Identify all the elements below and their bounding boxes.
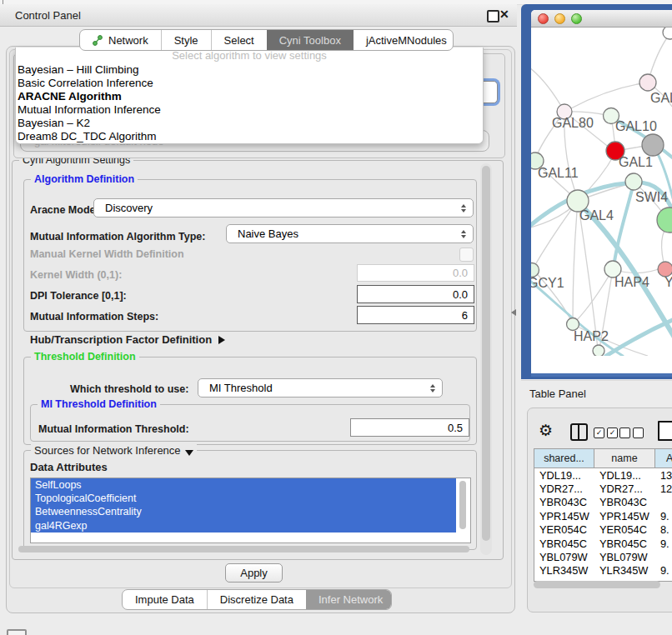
table-row[interactable]: YBR043C YBR043C — [534, 496, 672, 509]
mi-type-combo[interactable]: Naive Bayes — [226, 224, 474, 243]
tab-style-label: Style — [174, 34, 198, 47]
node-label-y: Y — [664, 275, 672, 289]
page-icon[interactable] — [658, 421, 672, 441]
mi-type-value: Naive Bayes — [227, 228, 298, 240]
cell-name: YER054C — [594, 523, 655, 536]
zoom-traffic-light-icon[interactable] — [571, 13, 582, 24]
cell-shared: YPR145W — [534, 510, 594, 522]
table-row[interactable]: YPR145W YPR145W 9. — [534, 509, 672, 522]
node-swi4[interactable] — [625, 173, 642, 190]
settings-vscroll-thumb[interactable] — [482, 166, 490, 541]
tab-jactivemnodules-label: jActiveMNodules — [366, 34, 447, 47]
which-threshold-combo[interactable]: MI Threshold — [198, 378, 443, 398]
settings-hscroll-thumb[interactable] — [18, 546, 469, 552]
hub-definition-toggle[interactable]: Hub/Transcription Factor Definition — [30, 333, 225, 346]
collapse-down-icon[interactable] — [185, 450, 193, 456]
table-row[interactable]: YLR345W YLR345W 9. — [534, 564, 672, 578]
cell-shared: YDL19... — [534, 469, 594, 482]
node-gray[interactable] — [642, 134, 664, 156]
node-gal[interactable] — [639, 74, 656, 91]
attribute-item-selected[interactable]: TopologicalCoefficient — [31, 492, 456, 505]
mi-steps-input[interactable]: 6 — [357, 306, 474, 324]
tab-infer-network[interactable]: Infer Network — [306, 590, 392, 609]
column-header-name[interactable]: name — [594, 449, 655, 468]
kernel-width-input[interactable]: 0.0 — [357, 264, 474, 282]
gear-icon[interactable]: ⚙ — [539, 422, 553, 440]
cell-name: YPR145W — [594, 510, 655, 522]
dropdown-item[interactable]: Basic Correlation Inference — [16, 77, 483, 90]
attribute-item-selected[interactable]: SelfLoops — [31, 478, 456, 492]
network-window-titlebar[interactable] — [531, 10, 672, 28]
kernel-width-value: 0.0 — [453, 267, 468, 279]
column-header-shared[interactable]: shared... — [534, 449, 594, 468]
attributes-vscroll-thumb[interactable] — [459, 481, 466, 529]
table-row[interactable]: YDR27... YDR27... 12 — [534, 482, 672, 495]
tab-cyni-toolbox[interactable]: Cyni Toolbox — [267, 30, 354, 50]
cell-shared: YBR043C — [534, 496, 594, 508]
split-columns-icon[interactable] — [570, 423, 588, 441]
control-panel-title: Control Panel — [15, 9, 81, 22]
table-panel-divider — [521, 380, 672, 381]
node-green-large[interactable] — [657, 208, 672, 232]
column-header-partial[interactable]: A — [655, 449, 672, 468]
attribute-item-selected[interactable]: BetweennessCentrality — [31, 505, 456, 518]
mi-threshold-input[interactable]: 0.5 — [350, 418, 469, 437]
tab-style[interactable]: Style — [161, 30, 211, 50]
table-header-row: shared... name A — [534, 449, 672, 468]
apply-button[interactable]: Apply — [225, 563, 283, 582]
dpi-tolerance-input[interactable]: 0.0 — [357, 285, 474, 303]
network-icon — [93, 35, 103, 46]
bottom-left-partial-icon[interactable] — [7, 629, 27, 635]
dropdown-item[interactable]: Bayesian – K2 — [16, 117, 483, 130]
aracne-mode-combo[interactable]: Discovery — [93, 198, 474, 218]
tab-impute-data[interactable]: Impute Data — [123, 590, 207, 609]
node-label-gal4: GAL4 — [579, 208, 614, 222]
manual-kernel-checkbox[interactable] — [459, 248, 474, 262]
tab-network[interactable]: Network — [80, 30, 161, 50]
tab-discretize-data[interactable]: Discretize Data — [207, 590, 306, 609]
cell-shared: YBR045C — [534, 538, 594, 550]
table-hscroll-thumb[interactable] — [534, 581, 660, 588]
table-panel-title: Table Panel — [529, 388, 586, 400]
table-row[interactable]: YBL079W YBL079W — [534, 550, 672, 563]
dpi-tolerance-label: DPI Tolerance [0,1]: — [30, 290, 127, 302]
tab-select[interactable]: Select — [211, 30, 267, 50]
table-row[interactable]: YBR045C YBR045C 9. — [534, 537, 672, 550]
cell-shared: YLR345W — [534, 564, 594, 577]
mi-steps-label: Mutual Information Steps: — [30, 311, 158, 322]
float-window-icon[interactable] — [487, 10, 499, 22]
dropdown-item-selected[interactable]: ARACNE Algorithm — [16, 90, 483, 103]
cell-name: YDR27... — [594, 482, 655, 495]
dropdown-item[interactable]: Dream8 DC_TDC Algorithm — [16, 130, 483, 143]
deselect-all-checks-icon[interactable] — [619, 428, 644, 438]
close-icon[interactable]: ✕ — [499, 8, 509, 21]
minimize-traffic-light-icon[interactable] — [554, 13, 565, 24]
attribute-item-selected[interactable]: gal4RGexp — [31, 519, 456, 532]
network-canvas[interactable]: GAL GAL80 GAL10 GAL1 GAL11 SWI4 GAL4 GCY… — [531, 28, 672, 356]
control-panel-tabbar: Network Style Select Cyni Toolbox jActiv… — [79, 29, 454, 51]
expand-right-icon[interactable] — [218, 336, 225, 344]
node-bottom-partial[interactable] — [593, 345, 604, 356]
mi-type-label: Mutual Information Algorithm Type: — [30, 231, 205, 242]
node-label-hap4: HAP4 — [614, 275, 649, 289]
tab-jactivemnodules[interactable]: jActiveMNodules — [354, 30, 454, 50]
node-label-gal: GAL — [650, 91, 672, 105]
table-row[interactable]: YDL19... YDL19... 13 — [534, 468, 672, 482]
combo-spinner-icon — [461, 230, 466, 238]
cell-shared: YBL079W — [534, 551, 594, 563]
node-unlabeled-top[interactable] — [663, 28, 672, 39]
aracne-mode-value: Discovery — [94, 202, 153, 214]
cell-shared: YER054C — [534, 523, 594, 536]
dropdown-item[interactable]: Mutual Information Inference — [16, 103, 483, 117]
close-traffic-light-icon[interactable] — [538, 13, 549, 24]
node-label-gal11: GAL11 — [538, 166, 579, 180]
table-hscroll-track[interactable] — [530, 581, 669, 589]
checked-box-icon: ✓ — [607, 428, 618, 438]
table-row[interactable]: YER054C YER054C 8. — [534, 523, 672, 537]
sources-legend[interactable]: Sources for Network Inference — [31, 444, 197, 457]
mi-steps-value: 6 — [462, 309, 468, 322]
combo-spinner-icon — [430, 384, 435, 392]
select-all-checks-icon[interactable]: ✓ ✓ — [594, 428, 618, 438]
panel-splitter-collapse-icon[interactable] — [511, 309, 516, 316]
dropdown-item[interactable]: Bayesian – Hill Climbing — [16, 63, 483, 77]
